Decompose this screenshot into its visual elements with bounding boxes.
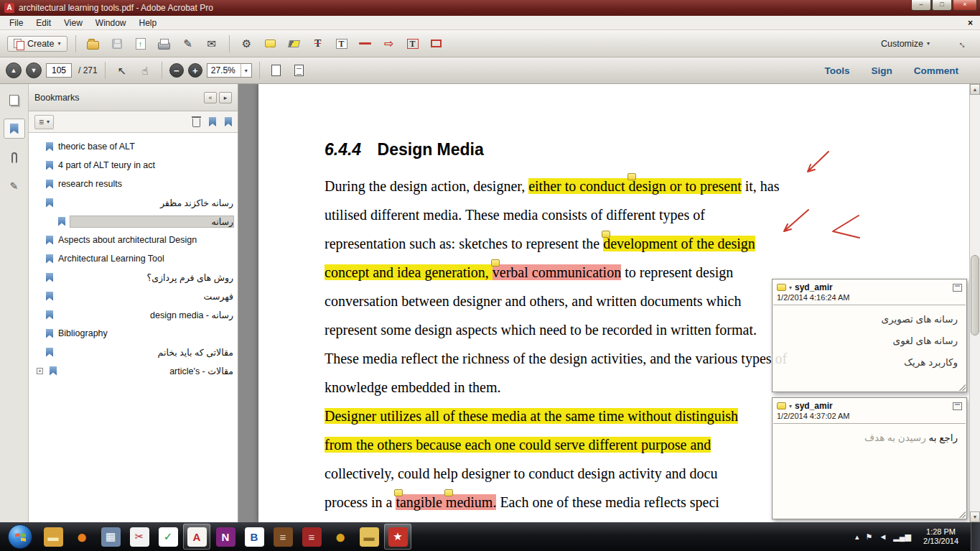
taskbar-icon-folders[interactable]: ▬ xyxy=(355,524,383,550)
expander-icon[interactable]: + xyxy=(37,368,43,374)
maximize-button[interactable]: □ xyxy=(932,0,952,11)
comment-note-icon[interactable] xyxy=(394,489,403,496)
scrolling-view-button[interactable] xyxy=(290,61,309,80)
highlighted-text[interactable]: development of the design xyxy=(603,236,755,251)
select-tool-button[interactable]: ↖ xyxy=(113,61,131,80)
popup-resize-handle[interactable] xyxy=(958,383,966,391)
menu-item-view[interactable]: View xyxy=(57,17,89,29)
taskbar-icon-acrobat[interactable]: A xyxy=(183,524,210,550)
hand-tool-button[interactable]: ☝ xyxy=(136,61,154,80)
bookmark-item[interactable]: design media - رسانه xyxy=(29,305,238,324)
taskbar-icon-gold-browser[interactable]: ● xyxy=(327,524,354,550)
signatures-button[interactable]: ✎ xyxy=(4,176,25,196)
tab-sign[interactable]: Sign xyxy=(871,65,892,76)
save-button[interactable] xyxy=(108,34,126,53)
highlighted-text[interactable]: Designer utilizes all of these media at … xyxy=(325,408,738,424)
page-number-input[interactable] xyxy=(46,63,72,78)
close-document-icon[interactable]: × xyxy=(968,18,973,28)
bookmark-item[interactable]: 4 part of ALT teury in act xyxy=(29,156,238,175)
text-callout-button[interactable]: T xyxy=(403,34,422,53)
new-bookmark-icon[interactable] xyxy=(209,117,216,126)
create-button[interactable]: Create ▾ xyxy=(7,36,67,52)
comment-note-icon[interactable] xyxy=(444,489,453,496)
taskbar-icon-b-app[interactable]: B xyxy=(241,524,268,550)
highlight-text-button[interactable] xyxy=(285,34,304,53)
share-button[interactable]: ↑ xyxy=(131,34,150,53)
comment-popup-2[interactable]: ▾ syd_amir 1/2/2014 4:37:02 AM راجع به ر… xyxy=(772,397,967,519)
next-page-button[interactable]: ▼ xyxy=(26,62,42,78)
highlighted-text[interactable]: medium. xyxy=(446,494,497,510)
taskbar-icon-explorer[interactable]: ▬ xyxy=(39,524,67,550)
bookmark-item[interactable]: رسانه خاکزند مظفر xyxy=(29,193,238,212)
taskbar-icon-checkmark-app[interactable]: ✓ xyxy=(154,524,182,550)
delete-bookmark-icon[interactable] xyxy=(192,119,200,127)
settings-button[interactable]: ⚙ xyxy=(238,34,256,53)
taskbar-icon-calculator[interactable]: ▦ xyxy=(97,524,124,550)
bookmarks-panel-button[interactable] xyxy=(4,119,25,139)
hidden-icons-chevron[interactable]: ▴ xyxy=(855,532,859,542)
draw-rectangle-button[interactable] xyxy=(427,34,446,53)
add-textbox-button[interactable]: T xyxy=(332,34,351,53)
tab-comment[interactable]: Comment xyxy=(914,65,958,76)
taskbar-icon-star-app[interactable]: ★ xyxy=(384,524,411,550)
comment-note-icon[interactable] xyxy=(627,173,636,180)
draw-line-button[interactable] xyxy=(356,34,375,53)
highlighted-text[interactable]: concept and idea generation, xyxy=(325,264,493,280)
highlighted-text[interactable]: tangible xyxy=(396,494,445,510)
panel-options-button[interactable]: ▸ xyxy=(219,92,232,103)
minimize-button[interactable]: – xyxy=(911,0,931,11)
scroll-down-button[interactable]: ▼ xyxy=(970,511,980,522)
attachments-button[interactable] xyxy=(4,147,25,167)
highlighted-text[interactable]: from the others because each one could s… xyxy=(325,437,711,453)
menu-item-edit[interactable]: Edit xyxy=(29,17,57,29)
close-button[interactable]: × xyxy=(953,0,977,11)
popup-minimize-button[interactable] xyxy=(953,284,962,292)
network-icon[interactable]: ▂▄▆ xyxy=(893,532,911,542)
expand-panels-icon[interactable]: ↔ xyxy=(956,36,971,51)
action-center-icon[interactable]: ⚑ xyxy=(866,532,873,542)
page-thumbnails-button[interactable] xyxy=(4,90,25,110)
open-file-button[interactable] xyxy=(84,34,103,53)
bookmark-item[interactable]: Bibliography xyxy=(29,324,238,343)
taskbar-clock[interactable]: 1:28 PM 2/13/2014 xyxy=(923,527,958,546)
scroll-up-button[interactable]: ▲ xyxy=(970,84,980,95)
show-desktop-button[interactable] xyxy=(971,522,980,551)
tab-tools[interactable]: Tools xyxy=(824,65,849,76)
bookmark-item[interactable]: Aspects about architectural Design xyxy=(29,231,238,249)
strikethrough-button[interactable]: T xyxy=(309,34,327,53)
print-button[interactable] xyxy=(155,34,174,53)
sticky-note-button[interactable] xyxy=(261,34,280,53)
highlighted-text[interactable]: verbal communication xyxy=(493,264,621,280)
vertical-scrollbar[interactable]: ▲ ▼ xyxy=(969,84,980,522)
zoom-in-button[interactable]: + xyxy=(188,63,202,78)
zoom-level-dropdown[interactable]: 27.5% ▾ xyxy=(207,63,252,78)
comment-popup-1[interactable]: ▾ syd_amir 1/2/2014 4:16:24 AM رسانه های… xyxy=(772,279,967,392)
popup-1-body[interactable]: رسانه های تصویریرسانه های لغویوکاربرد هر… xyxy=(773,305,966,377)
menu-item-file[interactable]: File xyxy=(3,17,29,29)
popup-2-body[interactable]: راجع به رسیدن به هدف xyxy=(773,424,966,453)
sign-pen-button[interactable]: ✎ xyxy=(179,34,197,53)
bookmark-item[interactable]: مقالاتی که باید بخانم xyxy=(29,343,238,361)
comment-note-icon[interactable] xyxy=(491,259,500,267)
popup-minimize-button[interactable] xyxy=(953,402,962,410)
bookmark-item[interactable]: +article's - مقالات xyxy=(29,361,238,380)
highlighted-text[interactable]: either to conduct xyxy=(528,178,628,194)
bookmark-item[interactable]: theoric base of ALT xyxy=(29,137,238,156)
bookmarks-options-menu-button[interactable]: ≡ ▾ xyxy=(34,115,54,129)
highlighted-text[interactable]: design or to present xyxy=(629,178,742,194)
comment-note-icon[interactable] xyxy=(602,231,610,238)
zoom-out-button[interactable]: − xyxy=(169,63,184,78)
taskbar-icon-snipping-tool[interactable]: ✂ xyxy=(126,524,153,550)
previous-page-button[interactable]: ▲ xyxy=(6,62,22,78)
expand-bookmark-icon[interactable] xyxy=(225,117,232,126)
taskbar-icon-red-book[interactable]: ≡ xyxy=(298,524,325,550)
customize-button[interactable]: Customize ▾ xyxy=(877,36,934,52)
bookmark-item[interactable]: رسانه xyxy=(29,212,238,231)
menu-item-window[interactable]: Window xyxy=(89,17,133,29)
scrollbar-thumb[interactable] xyxy=(971,255,979,335)
email-button[interactable]: ✉ xyxy=(202,34,221,53)
bookmark-item[interactable]: روش های فرم پردازی؟ xyxy=(29,268,238,287)
taskbar-icon-brown-book[interactable]: ≡ xyxy=(269,524,297,550)
popup-resize-handle[interactable] xyxy=(958,510,966,518)
bookmark-item[interactable]: فهرست xyxy=(29,287,238,305)
